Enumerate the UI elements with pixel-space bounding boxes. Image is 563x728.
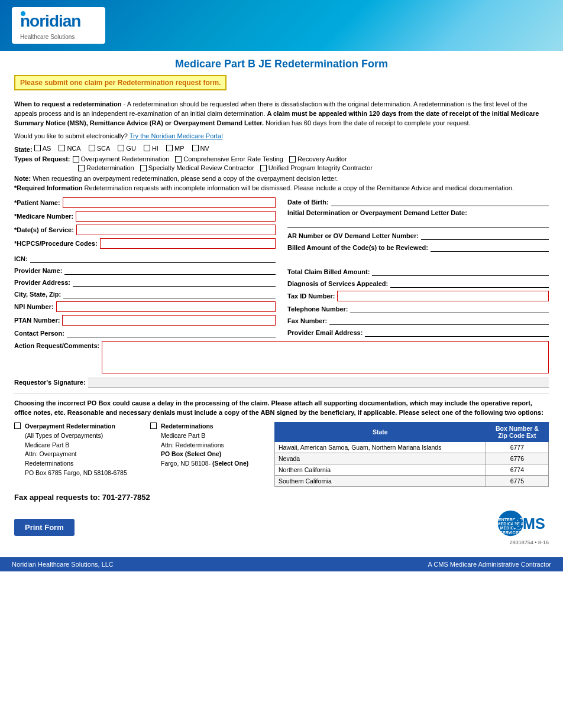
state-sca[interactable]: SCA (89, 145, 111, 152)
po-redeterminations-checkbox[interactable] (150, 422, 157, 429)
types-label: Types of Request: (14, 155, 70, 162)
date-service-label: *Date(s) of Service: (14, 226, 74, 233)
hcpcs-input[interactable] (100, 238, 276, 249)
signature-label: Requestor's Signature: (14, 379, 86, 386)
billed-amount-input[interactable] (431, 243, 549, 252)
state-line: State: AS NCA SCA GU HI MP NV (14, 145, 549, 153)
ar-number-row: AR Number or OV Demand Letter Number: (287, 231, 549, 240)
state-gu[interactable]: GU (118, 145, 136, 152)
contact-person-label: Contact Person: (14, 330, 64, 337)
required-text: Redetermination requests with incomplete… (83, 184, 514, 191)
email-input[interactable] (365, 328, 549, 337)
initial-det-input[interactable] (287, 219, 549, 228)
diagnosis-row: Diagnosis of Services Appealed: (287, 279, 549, 288)
required-line: *Required Information Redetermination re… (14, 184, 549, 191)
ptan-input[interactable] (62, 315, 276, 326)
initial-det-label: Initial Determination or Overpayment Dem… (287, 209, 549, 216)
icn-input[interactable] (30, 254, 276, 263)
intro-text-2: Noridian has 60 days from the date of re… (264, 119, 471, 126)
state-hi[interactable]: HI (144, 145, 158, 152)
page-header: noridian Healthcare Solutions (0, 0, 563, 51)
electronic-link[interactable]: Try the Noridian Medicare Portal (130, 132, 223, 139)
fax-number: 701-277-7852 (102, 493, 150, 502)
po-overpayment-checkbox[interactable] (14, 422, 21, 429)
state-nv[interactable]: NV (192, 145, 209, 152)
types-row-1: Types of Request: Overpayment Redetermin… (14, 155, 549, 162)
fax-input[interactable] (329, 316, 549, 325)
state-nca[interactable]: NCA (59, 145, 80, 152)
patient-name-input[interactable] (63, 197, 276, 208)
svg-text:CMS: CMS (512, 515, 545, 532)
state-as[interactable]: AS (34, 145, 51, 152)
medicare-number-row: *Medicare Number: (14, 211, 276, 222)
npi-input[interactable] (56, 301, 276, 312)
contact-person-input[interactable] (67, 329, 276, 337)
dob-input[interactable] (331, 197, 549, 206)
contact-person-row: Contact Person: (14, 329, 276, 337)
provider-name-label: Provider Name: (14, 267, 62, 274)
svg-point-1 (21, 11, 25, 16)
telephone-input[interactable] (350, 304, 549, 313)
po-col1-title: Overpayment Redetermination (25, 422, 127, 431)
type-overpayment[interactable]: Overpayment Redetermination (73, 155, 170, 162)
table-row: Hawaii, American Samoa, Guam, Northern M… (275, 442, 549, 453)
action-textarea[interactable] (102, 341, 549, 373)
table-row: Northern California 6774 (275, 464, 549, 476)
type-redetermination[interactable]: Redetermination (78, 164, 134, 171)
provider-address-input[interactable] (73, 278, 276, 287)
intro-bold-text: When to request a redetermination (14, 100, 122, 108)
type-unified[interactable]: Unified Program Integrity Contractor (260, 164, 373, 171)
diagnosis-input[interactable] (390, 279, 549, 288)
total-claim-input[interactable] (372, 267, 549, 276)
icn-row: ICN: (14, 254, 276, 263)
billed-amount-label: Billed Amount of the Code(s) to be Revie… (287, 244, 428, 251)
po-box-area: Overpayment Redetermination (All Types o… (14, 422, 549, 487)
total-claim-row: Total Claim Billed Amount: (287, 267, 549, 276)
provider-name-input[interactable] (64, 266, 276, 275)
type-cert[interactable]: Comprehensive Error Rate Testing (175, 155, 283, 162)
table-header-state: State (275, 422, 486, 442)
signature-input[interactable] (88, 377, 549, 388)
table-cell-box-2: 6776 (486, 453, 548, 464)
icn-label: ICN: (14, 255, 28, 262)
print-button[interactable]: Print Form (14, 519, 75, 536)
fax-row: Fax Number: (287, 316, 549, 325)
date-service-input[interactable] (76, 225, 276, 235)
table-cell-state-2: Nevada (275, 453, 486, 464)
medicare-number-input[interactable] (76, 211, 276, 222)
po-col-2: Redeterminations Medicare Part BAttn: Re… (150, 422, 268, 487)
medicare-number-label: *Medicare Number: (14, 213, 73, 220)
type-specialty[interactable]: Specialty Medical Review Contractor (140, 164, 254, 171)
signature-row: Requestor's Signature: (14, 377, 549, 388)
fax-label: Fax Number: (287, 317, 327, 324)
table-cell-box-4: 6775 (486, 476, 548, 487)
form-title: Medicare Part B JE Redetermination Form (14, 58, 549, 70)
provider-address-row: Provider Address: (14, 278, 276, 287)
action-request-row: Action Request/Comments: (14, 341, 549, 373)
total-claim-label: Total Claim Billed Amount: (287, 268, 370, 275)
cms-logo-area: CENTERS FOR MEDICARE & MEDICAID SERVICES… (496, 509, 549, 545)
tax-id-input[interactable] (337, 291, 549, 301)
cms-logo-svg: CENTERS FOR MEDICARE & MEDICAID SERVICES… (496, 509, 549, 538)
table-cell-box-1: 6777 (486, 442, 548, 453)
dob-row: Date of Birth: (287, 197, 549, 206)
tax-id-label: Tax ID Number: (287, 292, 335, 300)
state-mp[interactable]: MP (166, 145, 185, 152)
diagnosis-label: Diagnosis of Services Appealed: (287, 280, 388, 287)
types-row-2: Redetermination Specialty Medical Review… (78, 164, 549, 171)
table-header-box: Box Number &Zip Code Ext (486, 422, 548, 442)
ar-number-label: AR Number or OV Demand Letter Number: (287, 232, 419, 239)
warning-text: Choosing the incorrect PO Box could caus… (14, 399, 549, 417)
logo-subtitle: Healthcare Solutions (20, 34, 97, 40)
provider-name-row: Provider Name: (14, 266, 276, 275)
patient-name-row: *Patient Name: (14, 197, 276, 208)
date-service-row: *Date(s) of Service: (14, 225, 276, 235)
email-label: Provider Email Address: (287, 329, 363, 336)
type-recovery[interactable]: Recovery Auditor (289, 155, 347, 162)
city-state-row: City, State, Zip: (14, 290, 276, 298)
page-footer: Noridian Healthcare Solutions, LLC A CMS… (0, 557, 563, 571)
form-footer-bar: Print Form CENTERS FOR MEDICARE & MEDICA… (14, 509, 549, 545)
city-state-input[interactable] (63, 290, 276, 298)
ar-number-input[interactable] (421, 231, 549, 240)
city-state-label: City, State, Zip: (14, 291, 61, 298)
